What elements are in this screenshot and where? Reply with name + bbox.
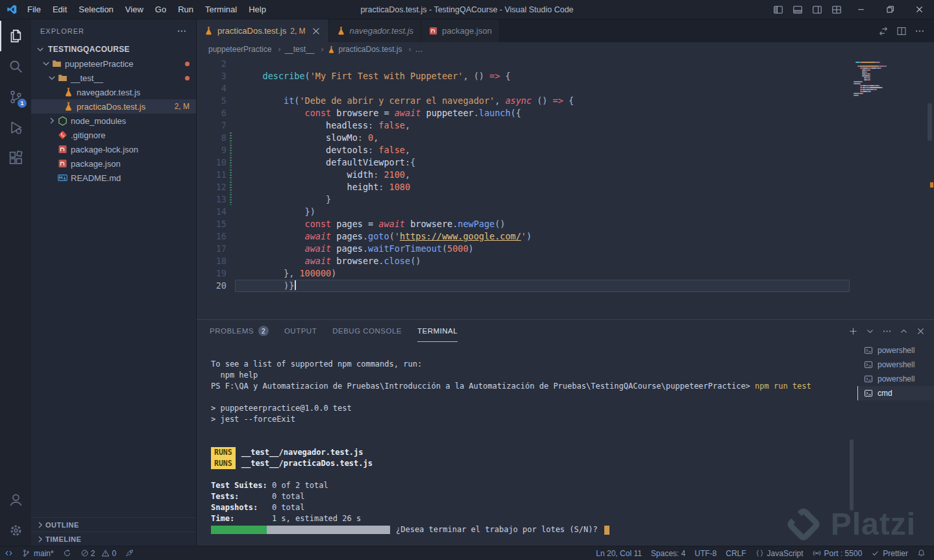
code-line-4[interactable]: 4 (197, 82, 850, 95)
code-line-16[interactable]: 16 await pages.goto('https://www.google.… (197, 230, 850, 243)
code-line-11[interactable]: 11 width: 2100, (197, 169, 850, 181)
panel-tab-output[interactable]: OUTPUT (284, 320, 317, 342)
code-line-17[interactable]: 17 await pages.waitForTimeout(5000) (197, 243, 850, 255)
explorer-more-actions-icon[interactable] (177, 26, 187, 36)
breadcrumb-item-practicados-test-js[interactable]: practicaDos.test.js (327, 45, 415, 54)
status-git-branch[interactable]: main* (18, 546, 58, 560)
terminal-session-powershell-1[interactable]: powershell (857, 358, 934, 372)
tree-item-package-json[interactable]: package.json (31, 156, 196, 171)
tab-package-json[interactable]: package.json (421, 19, 500, 42)
extensions-icon (8, 151, 23, 165)
status-prettier[interactable]: Prettier (866, 546, 913, 560)
menu-edit[interactable]: Edit (47, 0, 73, 19)
panel-tab-debug-console[interactable]: DEBUG CONSOLE (332, 320, 402, 342)
minimap[interactable] (854, 60, 925, 97)
breadcrumb-item-puppeteerpractice[interactable]: puppeteerPractice (208, 45, 284, 54)
more-actions-button[interactable] (879, 324, 894, 338)
menu-help[interactable]: Help (243, 0, 272, 19)
activity-extensions[interactable] (0, 143, 31, 173)
menu-terminal[interactable]: Terminal (199, 0, 243, 19)
code-line-12[interactable]: 12 height: 1080 (197, 181, 850, 193)
code-line-20[interactable]: 20 )} (197, 280, 850, 292)
code-line-10[interactable]: 10 defaultViewport:{ (197, 156, 850, 169)
tab-navegador-test-js[interactable]: navegador.test.js (329, 19, 422, 42)
minimize-button[interactable] (846, 0, 876, 19)
status-indentation[interactable]: Spaces: 4 (646, 546, 690, 560)
menu-selection[interactable]: Selection (73, 0, 119, 19)
menu-view[interactable]: View (119, 0, 149, 19)
status-remote-indicator[interactable] (0, 546, 18, 560)
code-line-15[interactable]: 15 const pages = await browsere.newPage(… (197, 218, 850, 230)
status-live-server-rocket[interactable] (121, 546, 138, 560)
tree-item-gitignore[interactable]: .gitignore (31, 128, 196, 142)
restore-button[interactable] (876, 0, 905, 19)
more-actions-button[interactable] (912, 23, 928, 39)
code-line-7[interactable]: 7 headless: false, (197, 119, 850, 132)
panel-tab-problems[interactable]: PROBLEMS2 (210, 320, 269, 342)
breadcrumb-item-test[interactable]: __test__ (284, 45, 327, 54)
gutter-decoration (227, 230, 235, 243)
code-editor[interactable]: 23 describe('My Firt Test with Puppeteer… (197, 56, 934, 319)
menu-go[interactable]: Go (149, 0, 172, 19)
tree-item-testingqacourse[interactable]: TESTINGQACOURSE (31, 42, 196, 56)
status-notifications[interactable] (913, 546, 930, 560)
terminal-output[interactable]: To see a list of supported npm commands,… (211, 359, 850, 546)
tree-item-puppeteerpractice[interactable]: puppeteerPractice (31, 56, 196, 71)
status-sync-changes[interactable] (58, 546, 76, 560)
status-language-mode[interactable]: JavaScript (751, 546, 808, 560)
activity-search[interactable] (0, 51, 31, 82)
close-tab-button[interactable] (311, 26, 321, 36)
code-line-13[interactable]: 13 } (197, 193, 850, 206)
activity-accounts[interactable] (0, 485, 31, 515)
activity-manage[interactable] (0, 515, 31, 546)
tree-item-practicados-test-js[interactable]: practicaDos.test.js2, M (31, 99, 196, 114)
terminal-session-powershell-0[interactable]: powershell (857, 343, 934, 358)
code-line-18[interactable]: 18 await browsere.close() (197, 255, 850, 267)
customize-layout-button[interactable] (827, 0, 846, 19)
toggle-panel-button[interactable] (788, 0, 807, 19)
split-editor-button[interactable] (894, 23, 909, 39)
maximize-panel-button[interactable] (896, 324, 911, 338)
activity-run-and-debug[interactable] (0, 112, 31, 143)
code-line-5[interactable]: 5 it('Debe de abrir y cerrar el navegado… (197, 95, 850, 107)
tree-item-node-modules[interactable]: node_modules (31, 114, 196, 128)
activity-explorer[interactable] (0, 21, 31, 51)
panel-tab-terminal[interactable]: TERMINAL (417, 320, 458, 342)
menu-run[interactable]: Run (172, 0, 199, 19)
code-line-9[interactable]: 9 devtools: false, (197, 144, 850, 156)
terminal-scrollbar[interactable] (850, 439, 854, 511)
status-live-server-port[interactable]: Port : 5500 (808, 546, 867, 560)
open-changes-button[interactable] (876, 23, 891, 39)
breadcrumb-item-[interactable]: … (415, 45, 423, 54)
activity-source-control[interactable]: 1 (0, 82, 31, 112)
tree-item-navegador-test-js[interactable]: navegador.test.js (31, 85, 196, 99)
terminal-session-cmd-3[interactable]: cmd (857, 386, 934, 400)
terminal-session-powershell-2[interactable]: powershell (857, 372, 934, 386)
outline-section[interactable]: OUTLINE (31, 517, 196, 531)
code-line-6[interactable]: 6 const browsere = await puppeteer.launc… (197, 107, 850, 119)
editor-scrollbar[interactable] (928, 103, 932, 141)
code-line-8[interactable]: 8 slowMo: 0, (197, 132, 850, 144)
status-problems[interactable]: 20 (76, 546, 121, 560)
launch-profile-button[interactable] (863, 324, 877, 338)
toggle-primary-sidebar-button[interactable] (768, 0, 788, 19)
code-line-3[interactable]: 3 describe('My Firt Test with Puppeteer'… (197, 70, 850, 82)
code-line-14[interactable]: 14 }) (197, 206, 850, 218)
menu-file[interactable]: File (21, 0, 47, 19)
code-line-19[interactable]: 19 }, 100000) (197, 267, 850, 280)
status-eol[interactable]: CRLF (721, 546, 750, 560)
close-panel-icon (916, 326, 926, 336)
code-line-2[interactable]: 2 (197, 58, 850, 70)
timeline-section[interactable]: TIMELINE (31, 531, 196, 546)
tree-item-test[interactable]: __test__ (31, 71, 196, 85)
status-cursor-position[interactable]: Ln 20, Col 11 (591, 546, 646, 560)
close-button[interactable] (905, 0, 934, 19)
close-panel-button[interactable] (913, 324, 928, 338)
tree-item-readme-md[interactable]: README.md (31, 171, 196, 185)
new-terminal-button[interactable] (846, 324, 860, 338)
toggle-secondary-sidebar-button[interactable] (807, 0, 827, 19)
tree-item-package-lock-json[interactable]: package-lock.json (31, 142, 196, 156)
status-encoding[interactable]: UTF-8 (690, 546, 721, 560)
tab-practicados-test-js[interactable]: practicaDos.test.js2, M (197, 19, 329, 42)
sync-changes-icon (63, 549, 71, 557)
